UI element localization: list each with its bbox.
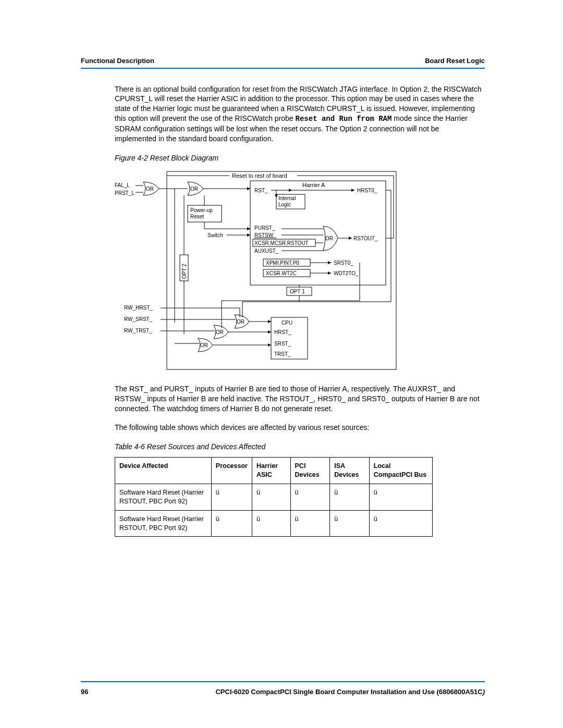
- page-number: 96: [81, 687, 88, 697]
- lbl-srst: SRST_: [274, 341, 291, 347]
- paragraph-3: The following table shows which devices …: [115, 423, 482, 433]
- table-caption: Table 4-6 Reset Sources and Devices Affe…: [115, 442, 482, 452]
- lbl-fal-l: FAL_L: [115, 182, 130, 188]
- th-isa: ISA Devices: [330, 458, 370, 484]
- lbl-hrst0: HRST0_: [357, 188, 377, 193]
- lbl-xpmi: XPMI.PINT.P0: [266, 260, 299, 266]
- cell: ü: [290, 510, 330, 537]
- lbl-or-3: OR: [325, 236, 333, 241]
- lbl-opt1: OPT 1: [290, 289, 305, 294]
- lbl-xcsr-wt2c: XCSR.WT2C: [266, 270, 297, 276]
- cell: Software Hard Reset (Harrier RSTOUT, PBC…: [115, 484, 212, 510]
- lbl-or-1: OR: [146, 186, 154, 192]
- lbl-purst: PURST_: [254, 225, 275, 231]
- table-header-row: Device Affected Processor Harrier ASIC P…: [115, 458, 433, 484]
- diagram-svg: Reset to rest of board FAL_L PRST_L OR O…: [115, 166, 407, 375]
- footer-title-text: CPCI-6020 CompactPCI Single Board Comput…: [215, 688, 482, 696]
- cell: ü: [290, 484, 330, 510]
- lbl-prst-l: PRST_L: [115, 190, 134, 196]
- footer-title-suffix: ): [483, 688, 485, 696]
- page-footer: 96 CPCI-6020 CompactPCI Single Board Com…: [81, 687, 485, 697]
- lbl-opt2: OPT 2: [181, 264, 187, 279]
- cell: ü: [369, 510, 432, 537]
- lbl-auxust: AUXUST_: [254, 248, 279, 254]
- lbl-xcsr-rstout: XCSR.MCSR.RSTOUT: [254, 240, 309, 246]
- th-cpci: Local CompactPCI Bus: [369, 458, 432, 484]
- header-rule: [81, 68, 485, 69]
- lbl-or-4: OR: [237, 319, 244, 325]
- lbl-harrier-a: Harrier A: [302, 182, 325, 188]
- lbl-rstsw: RSTSW_: [254, 232, 276, 238]
- table-row: Software Hard Reset (Harrier RSTOUT, PBC…: [115, 484, 433, 510]
- cell: ü: [330, 510, 370, 537]
- lbl-rstout: RSTOUT_: [353, 236, 378, 241]
- lbl-internal-1: Internal: [278, 195, 296, 201]
- th-harrier: Harrier ASIC: [252, 458, 290, 484]
- paragraph-2: The RST_ and PURST_ inputs of Harrier B …: [115, 384, 482, 414]
- th-pci: PCI Devices: [290, 458, 330, 484]
- lbl-internal-2: Logic: [278, 202, 291, 207]
- lbl-powerup-2: Reset: [190, 214, 204, 219]
- reset-sources-table: Device Affected Processor Harrier ASIC P…: [115, 457, 433, 537]
- lbl-rw-trst: RW_TRST_: [124, 328, 152, 334]
- header-left: Functional Description: [81, 56, 154, 66]
- figure-caption: Figure 4-2 Reset Block Diagram: [115, 153, 482, 163]
- lbl-wdt2to: WDT2TO_: [334, 270, 359, 276]
- cell: ü: [252, 484, 290, 510]
- lbl-powerup-1: Power-up: [190, 207, 213, 213]
- cell: ü: [369, 484, 432, 510]
- p1-mono: Reset and Run from RAM: [296, 115, 392, 123]
- footer-rule: [81, 681, 485, 682]
- body: There is an optional build configuration…: [115, 84, 482, 537]
- lbl-or-5: OR: [216, 329, 224, 335]
- footer-title: CPCI-6020 CompactPCI Single Board Comput…: [215, 687, 485, 697]
- lbl-switch: Switch: [207, 232, 223, 238]
- lbl-hrst: HRST_: [274, 329, 291, 335]
- lbl-cpu: CPU: [282, 320, 292, 326]
- header-right: Board Reset Logic: [425, 56, 485, 66]
- lbl-or-2: OR: [190, 186, 198, 192]
- reset-block-diagram: Reset to rest of board FAL_L PRST_L OR O…: [115, 166, 482, 375]
- lbl-rw-hrst: RW_HRST_: [124, 305, 153, 311]
- cell: Software Hard Reset (Harrier RSTOUT, PBC…: [115, 510, 212, 537]
- page-header: Functional Description Board Reset Logic: [81, 56, 485, 66]
- page: Functional Description Board Reset Logic…: [0, 0, 563, 728]
- lbl-reset-rest: Reset to rest of board: [232, 172, 287, 179]
- lbl-or-6: OR: [200, 342, 208, 348]
- cell: ü: [211, 510, 252, 537]
- cell: ü: [211, 484, 252, 510]
- lbl-rw-srst: RW_SRST_: [124, 316, 153, 322]
- table-row: Software Hard Reset (Harrier RSTOUT, PBC…: [115, 510, 433, 537]
- paragraph-1: There is an optional build configuration…: [115, 84, 482, 144]
- th-device: Device Affected: [115, 458, 212, 484]
- lbl-srst0: SRST0_: [334, 260, 353, 266]
- lbl-trst: TRST_: [274, 351, 291, 357]
- cell: ü: [330, 484, 370, 510]
- cell: ü: [252, 510, 290, 537]
- lbl-rst: RST_: [254, 188, 268, 193]
- th-processor: Processor: [211, 458, 252, 484]
